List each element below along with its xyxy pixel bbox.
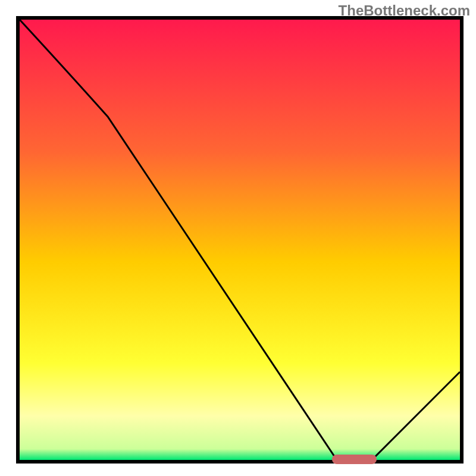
bottleneck-chart: TheBottleneck.com bbox=[0, 0, 476, 476]
gradient-background bbox=[20, 20, 460, 460]
watermark: TheBottleneck.com bbox=[339, 2, 470, 19]
chart-svg bbox=[0, 0, 476, 476]
optimal-range-marker bbox=[332, 455, 377, 464]
